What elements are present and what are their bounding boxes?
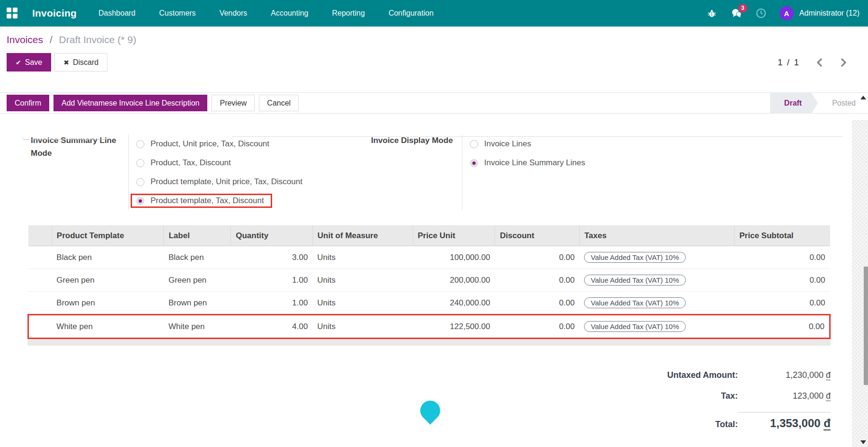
breadcrumb-invoices-link[interactable]: Invoices	[7, 34, 43, 45]
menu-vendors[interactable]: Vendors	[219, 6, 248, 20]
debug-bug-icon[interactable]	[706, 7, 718, 19]
messages-icon[interactable]: 3	[730, 7, 743, 19]
table-row-green-pen[interactable]: Green pen Green pen 1.00 Units 200,000.0…	[28, 269, 830, 292]
total-label: Total:	[539, 420, 738, 429]
untaxed-amount-line: Untaxed Amount: 1,230,000 đ	[539, 370, 831, 380]
pager-previous-icon[interactable]	[816, 58, 824, 67]
col-quantity[interactable]: Quantity	[231, 226, 313, 246]
tax-badge[interactable]: Value Added Tax (VAT) 10%	[584, 297, 686, 308]
menu-configuration[interactable]: Configuration	[388, 6, 434, 20]
tax-badge[interactable]: Value Added Tax (VAT) 10%	[584, 252, 686, 263]
cancel-button[interactable]: Cancel	[259, 95, 299, 111]
control-panel: Invoices / Draft Invoice (* 9) ✔Save ✖Di…	[0, 27, 868, 72]
untaxed-amount-value: 1,230,000 đ	[738, 370, 831, 380]
col-uom[interactable]: Unit of Measure	[312, 226, 413, 246]
user-menu[interactable]: Administrator (12)	[799, 9, 859, 18]
menu-reporting[interactable]: Reporting	[331, 6, 366, 20]
breadcrumb: Invoices / Draft Invoice (* 9)	[7, 34, 861, 45]
untaxed-amount-label: Untaxed Amount:	[539, 370, 738, 380]
preview-button[interactable]: Preview	[212, 95, 255, 111]
tax-value: 123,000 đ	[738, 391, 831, 401]
summary-line-mode-options: Product, Unit price, Tax, Discount Produ…	[128, 134, 302, 210]
form-statusbar: Confirm Add Vietnamese Invoice Line Desc…	[0, 92, 868, 114]
currency-symbol: đ	[824, 417, 831, 430]
table-row-black-pen[interactable]: Black pen Black pen 3.00 Units 100,000.0…	[28, 246, 830, 269]
apps-menu-icon[interactable]	[7, 8, 18, 19]
scrollbar	[864, 193, 868, 312]
radio-product-unitprice-tax-discount[interactable]: Product, Unit price, Tax, Discount	[136, 134, 302, 153]
notebook-tab-edge	[23, 137, 108, 140]
scroll-up-icon[interactable]	[860, 96, 866, 99]
state-widget: Draft Posted	[770, 92, 868, 114]
pager: 1 / 1	[778, 57, 847, 68]
top-navbar: Invoicing Dashboard Customers Vendors Ac…	[0, 0, 868, 27]
settings-row: Invoice Summary Line Mode Product, Unit …	[0, 134, 868, 210]
radio-product-tax-discount[interactable]: Product, Tax, Discount	[136, 153, 302, 172]
col-label[interactable]: Label	[164, 226, 231, 246]
messages-count-badge: 3	[738, 4, 747, 13]
navbar-right-group: 3 A Administrator (12)	[706, 6, 859, 20]
col-discount[interactable]: Discount	[495, 226, 580, 246]
radio-icon[interactable]	[470, 140, 478, 148]
scroll-down-icon[interactable]	[860, 440, 866, 444]
col-product-template[interactable]: Product Template	[52, 226, 164, 246]
confirm-button[interactable]: Confirm	[7, 95, 49, 111]
check-icon: ✔	[16, 59, 21, 66]
invoice-totals: Untaxed Amount: 1,230,000 đ Tax: 123,000…	[0, 370, 831, 430]
row-handle	[28, 269, 52, 292]
invoice-form-sheet: Invoice Summary Line Mode Product, Unit …	[0, 134, 868, 447]
tax-badge[interactable]: Value Added Tax (VAT) 10%	[584, 321, 686, 332]
currency-symbol: đ	[826, 370, 831, 380]
col-price-unit[interactable]: Price Unit	[413, 226, 495, 246]
total-line: Total: 1,353,000 đ	[539, 412, 831, 430]
radio-icon[interactable]	[136, 159, 144, 167]
action-button-row: ✔Save ✖Discard 1 / 1	[7, 53, 861, 72]
table-row-white-pen-highlighted[interactable]: White pen White pen 4.00 Units 122,500.0…	[28, 315, 830, 339]
table-footer-bar	[27, 339, 831, 346]
radio-selected-icon[interactable]	[136, 197, 144, 205]
row-handle	[28, 246, 52, 269]
breadcrumb-current: Draft Invoice (* 9)	[59, 34, 136, 45]
summary-line-mode-label: Invoice Summary Line Mode	[31, 134, 122, 210]
table-row-brown-pen[interactable]: Brown pen Brown pen 1.00 Units 240,000.0…	[28, 292, 830, 315]
col-taxes[interactable]: Taxes	[579, 226, 735, 246]
save-button[interactable]: ✔Save	[7, 53, 51, 72]
radio-invoice-line-summary-lines[interactable]: Invoice Line Summary Lines	[470, 153, 585, 172]
table-header-row: Product Template Label Quantity Unit of …	[28, 226, 830, 246]
menu-dashboard[interactable]: Dashboard	[97, 6, 136, 20]
notebook-tab-border	[232, 136, 842, 137]
summary-line-mode-field: Invoice Summary Line Mode Product, Unit …	[31, 134, 302, 210]
app-name[interactable]: Invoicing	[32, 8, 77, 19]
red-highlight-box: Product template, Tax, Discount	[131, 194, 272, 208]
user-avatar[interactable]: A	[779, 6, 794, 20]
menu-customers[interactable]: Customers	[158, 6, 196, 20]
state-draft[interactable]: Draft	[770, 92, 818, 114]
tax-line: Tax: 123,000 đ	[539, 391, 831, 401]
radio-icon[interactable]	[136, 140, 144, 148]
tax-badge[interactable]: Value Added Tax (VAT) 10%	[584, 275, 686, 286]
menu-accounting[interactable]: Accounting	[270, 6, 309, 20]
radio-icon[interactable]	[136, 178, 144, 186]
col-price-subtotal[interactable]: Price Subtotal	[735, 226, 830, 246]
display-mode-field: Invoice Display Mode Invoice Lines Invoi…	[371, 134, 585, 210]
pager-count: 1 / 1	[778, 57, 800, 68]
display-mode-options: Invoice Lines Invoice Line Summary Lines	[462, 134, 585, 210]
add-vietnamese-description-button[interactable]: Add Vietnamese Invoice Line Description	[53, 95, 207, 111]
radio-producttemplate-tax-discount[interactable]: Product template, Tax, Discount	[136, 191, 302, 210]
invoicing-page: Invoicing Dashboard Customers Vendors Ac…	[0, 0, 868, 447]
top-menu-bar: Dashboard Customers Vendors Accounting R…	[97, 6, 434, 20]
radio-invoice-lines[interactable]: Invoice Lines	[470, 134, 585, 153]
discard-button[interactable]: ✖Discard	[54, 53, 107, 72]
activities-clock-icon[interactable]	[755, 7, 767, 19]
radio-producttemplate-unitprice-tax-discount[interactable]: Product template, Unit price, Tax, Disco…	[136, 172, 302, 191]
invoice-lines-table: Product Template Label Quantity Unit of …	[27, 225, 831, 339]
pager-next-icon[interactable]	[840, 58, 847, 67]
row-handle	[28, 315, 52, 339]
radio-selected-icon[interactable]	[470, 159, 478, 167]
currency-symbol: đ	[826, 391, 831, 401]
breadcrumb-separator: /	[50, 34, 53, 45]
display-mode-label: Invoice Display Mode	[371, 134, 455, 210]
col-handle	[28, 226, 52, 246]
scrollbar-thumb[interactable]	[864, 267, 868, 385]
total-value: 1,353,000 đ	[738, 412, 831, 430]
